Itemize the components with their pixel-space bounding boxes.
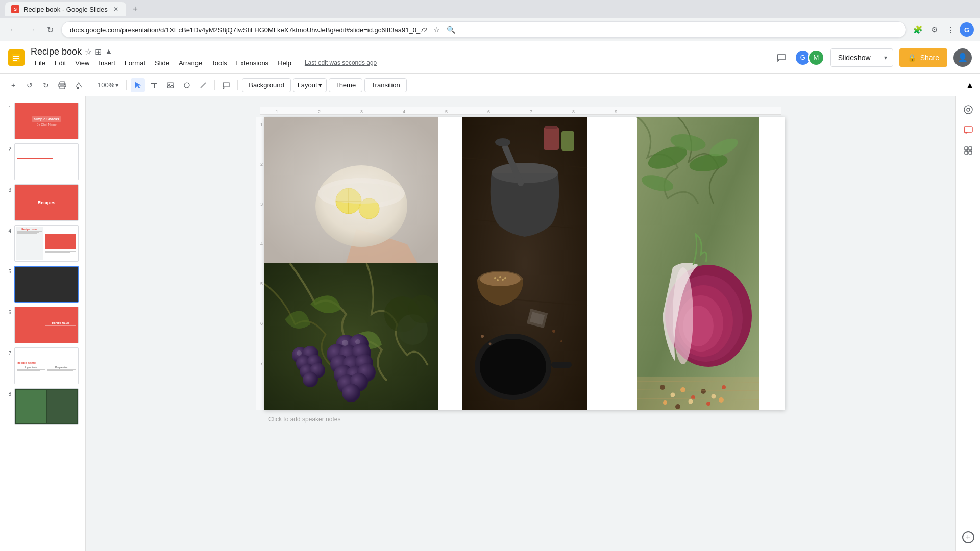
separator-1 (90, 80, 90, 90)
photo-grapes-cell (264, 263, 438, 410)
slide-item-7[interactable]: 7 Recipe name Ingredients Preparation (0, 345, 85, 386)
menu-file[interactable]: File (31, 57, 50, 69)
svg-rect-30 (544, 127, 559, 150)
slide-thumb-wrap-3[interactable]: Recipes (14, 184, 79, 221)
svg-point-99 (342, 340, 348, 346)
toolbar-collapse[interactable]: ▲ (966, 81, 974, 90)
select-tool[interactable] (131, 78, 145, 92)
menu-icon[interactable]: ⋮ (943, 22, 958, 37)
active-tab[interactable]: S Recipe book - Google Slides ✕ (5, 2, 126, 16)
zoom-control[interactable]: 100% ▾ (94, 80, 122, 90)
add-button[interactable]: + (6, 78, 20, 92)
menu-extensions[interactable]: Extensions (232, 57, 273, 69)
redo-button[interactable]: ↻ (39, 78, 53, 92)
right-add-button[interactable]: + (962, 531, 974, 543)
background-button[interactable]: Background (242, 78, 290, 92)
menu-format[interactable]: Format (120, 57, 150, 69)
user-avatar[interactable]: 👤 (953, 48, 972, 67)
slide-canvas[interactable] (264, 117, 785, 410)
transition-button[interactable]: Transition (364, 78, 407, 92)
separator-3 (214, 80, 215, 90)
drive-icon[interactable]: ▲ (105, 47, 113, 56)
slide-thumb-wrap-4[interactable]: Recipe name (14, 225, 79, 262)
svg-point-29 (495, 138, 510, 146)
menu-edit[interactable]: Edit (51, 57, 70, 69)
menu-help[interactable]: Help (274, 57, 296, 69)
star-icon[interactable]: ☆ (85, 47, 92, 57)
svg-point-38 (497, 279, 499, 281)
right-sidebar: + (955, 96, 980, 551)
slide-thumb-wrap-2[interactable] (14, 143, 79, 180)
theme-button[interactable]: Theme (329, 78, 362, 92)
comment-button[interactable] (772, 48, 791, 67)
lens-icon[interactable]: 🔍 (446, 24, 456, 35)
explore-button[interactable] (959, 101, 977, 119)
collab-avatars: G M (797, 49, 824, 66)
svg-rect-4 (60, 82, 65, 85)
back-button[interactable]: ← (6, 22, 20, 37)
slide-item-1[interactable]: 1 Simple Snacks By Chef Name (0, 101, 85, 141)
svg-rect-107 (964, 127, 972, 132)
svg-point-105 (964, 106, 972, 114)
line-tool[interactable] (196, 78, 210, 92)
paint-format-button[interactable] (71, 78, 86, 92)
slide-thumb-wrap-7[interactable]: Recipe name Ingredients Preparation (14, 347, 79, 384)
refresh-button[interactable]: ↻ (43, 22, 57, 37)
slide-thumb-4: Recipe name (15, 226, 78, 261)
menu-arrange[interactable]: Arrange (175, 57, 206, 69)
slide-number-3: 3 (4, 184, 11, 193)
comment-tool[interactable] (219, 78, 233, 92)
svg-rect-31 (545, 126, 557, 129)
right-link-button[interactable] (959, 141, 977, 160)
menu-tools[interactable]: Tools (207, 57, 231, 69)
slide-thumb-6: RECIPE NAME (15, 307, 78, 343)
undo-button[interactable]: ↺ (22, 78, 37, 92)
slide-thumb-wrap-8[interactable] (14, 388, 79, 425)
slideshow-button[interactable]: Slideshow ▾ (830, 48, 893, 67)
slide-item-3[interactable]: 3 Recipes (0, 182, 85, 223)
app-title: Recipe book (31, 46, 82, 57)
header-right: G M Slideshow ▾ 🔒 Share 👤 (772, 48, 972, 67)
forward-button[interactable]: → (24, 22, 39, 37)
slide-number-8: 8 (4, 388, 11, 397)
image-tool[interactable] (163, 78, 178, 92)
folder-icon[interactable]: ⊞ (95, 47, 102, 57)
address-bar[interactable]: docs.google.com/presentation/d/1XEcBe1Dv… (61, 21, 906, 38)
app-logo (8, 49, 24, 66)
shape-tool[interactable] (180, 78, 194, 92)
slideshow-label[interactable]: Slideshow (831, 49, 878, 66)
tab-title: Recipe book - Google Slides (23, 6, 108, 13)
slide-item-4[interactable]: 4 Recipe name (0, 223, 85, 264)
mortar-illustration (438, 117, 611, 410)
slide-thumb-wrap-1[interactable]: Simple Snacks By Chef Name (14, 103, 79, 139)
slide-item-2[interactable]: 2 (0, 141, 85, 182)
share-button[interactable]: 🔒 Share (899, 48, 947, 67)
last-edit-label[interactable]: Last edit was seconds ago (301, 57, 381, 68)
speaker-notes[interactable]: Click to add speaker notes (260, 410, 781, 429)
layout-button[interactable]: Layout ▾ (293, 78, 327, 92)
right-comment-button[interactable] (959, 121, 977, 139)
ruler-horizontal: 123456789 (260, 107, 781, 115)
bookmark-icon[interactable]: ☆ (432, 24, 442, 35)
slide-thumb-wrap-5[interactable] (14, 266, 79, 303)
slide-item-8[interactable]: 8 (0, 386, 85, 427)
text-tool[interactable] (147, 78, 161, 92)
tea-illustration (264, 117, 438, 263)
print-button[interactable] (55, 78, 69, 92)
extensions-icon[interactable]: 🧩 (911, 22, 925, 37)
slide-number-2: 2 (4, 143, 11, 152)
account-icon[interactable]: ⚙ (927, 22, 941, 37)
slide-item-6[interactable]: 6 RECIPE NAME (0, 305, 85, 345)
menu-view[interactable]: View (71, 57, 93, 69)
tab-close-button[interactable]: ✕ (112, 5, 120, 13)
slide-item-5[interactable]: 5 (0, 264, 85, 305)
new-tab-button[interactable]: + (128, 2, 142, 16)
svg-rect-109 (969, 147, 972, 150)
profile-avatar[interactable]: G (960, 22, 974, 37)
slide-thumb-wrap-6[interactable]: RECIPE NAME (14, 307, 79, 343)
menu-insert[interactable]: Insert (94, 57, 119, 69)
menu-slide[interactable]: Slide (151, 57, 174, 69)
svg-point-46 (489, 343, 492, 345)
share-label: Share (920, 54, 939, 62)
slideshow-dropdown-arrow[interactable]: ▾ (878, 49, 893, 66)
